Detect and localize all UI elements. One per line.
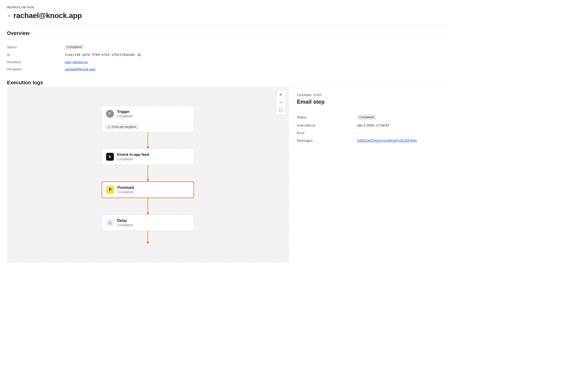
flow-node-trigger[interactable]: Trigger Completed Once per recipient — [102, 106, 194, 132]
side-error-label: Error — [297, 131, 357, 135]
svg-rect-1 — [138, 53, 140, 55]
side-executed-value: Jan 3 2025, 17:54:57 — [357, 123, 389, 127]
flow-node-delay[interactable]: Delay Completed — [102, 215, 194, 231]
workflow-link[interactable]: user-signed-up — [65, 60, 88, 64]
back-button[interactable] — [7, 14, 11, 18]
overview-table: Status Completed ID 1cee1148-abfb-5789-b… — [7, 43, 450, 73]
node-subtitle: Completed — [117, 190, 134, 194]
status-badge: Completed — [65, 44, 84, 49]
copy-icon — [138, 53, 141, 57]
execution-logs-heading: Execution logs — [7, 80, 450, 87]
node-title: Delay — [117, 219, 133, 223]
side-panel-title: Email step — [297, 99, 443, 105]
side-error-value: - — [357, 131, 358, 135]
list-icon — [107, 126, 110, 128]
node-subtitle: Completed — [117, 157, 149, 161]
postmark-icon: P — [106, 186, 114, 194]
title-row: rachael@knock.app — [7, 11, 450, 24]
overview-heading: Overview — [7, 30, 450, 39]
zoom-in-button[interactable] — [277, 91, 285, 99]
node-subtitle: Completed — [117, 223, 133, 227]
side-panel: CHANNEL STEP Email step Status Completed… — [289, 87, 450, 262]
recipient-link[interactable]: rachael@knock.app — [65, 67, 96, 71]
chip-once-per-recipient: Once per recipient — [105, 124, 138, 130]
connector — [148, 231, 148, 244]
zoom-out-button[interactable] — [277, 99, 285, 106]
side-status-badge: Completed — [357, 115, 376, 120]
flow-node-postmark[interactable]: P Postmark Completed — [102, 181, 194, 198]
plus-icon — [279, 93, 283, 96]
zoom-fit-button[interactable] — [277, 106, 285, 114]
connector — [148, 165, 148, 181]
page-title: rachael@knock.app — [13, 11, 82, 20]
knock-icon: k — [106, 153, 114, 161]
side-status-label: Status — [297, 115, 357, 119]
node-subtitle: Completed — [117, 114, 133, 118]
side-executed-label: Executed at — [297, 123, 357, 127]
flag-icon — [106, 110, 114, 118]
flow-node-inapp[interactable]: k Knock in-app feed Completed — [102, 149, 194, 165]
minus-icon — [279, 101, 283, 104]
svg-rect-0 — [139, 54, 141, 56]
side-messages-label: Messages — [297, 138, 357, 142]
connector — [148, 198, 148, 215]
node-title: Postmark — [117, 186, 134, 190]
message-link[interactable]: 2r8dzOeDDgVzXymMGaPV0CWFW9v — [357, 138, 417, 142]
overview-id-value: 1cee1148-abfb-5789-b7b3-a7b51fd3e4de — [65, 53, 135, 57]
side-panel-eyebrow: CHANNEL STEP — [297, 93, 443, 97]
flow-canvas[interactable]: Trigger Completed Once per recipient — [7, 87, 289, 262]
breadcrumb-eyebrow: WORKFLOW RUN — [7, 5, 450, 9]
chip-label: Once per recipient — [112, 125, 136, 129]
chevron-left-icon — [8, 14, 10, 17]
zoom-controls — [276, 90, 286, 115]
node-title: Knock in-app feed — [117, 153, 149, 157]
overview-workflow-label: Workflow — [7, 60, 65, 64]
overview-status-label: Status — [7, 45, 65, 49]
overview-id-label: ID — [7, 53, 65, 57]
overview-recipient-label: Recipient — [7, 67, 65, 71]
copy-id-button[interactable] — [137, 53, 141, 57]
connector — [148, 132, 148, 149]
expand-icon — [279, 109, 283, 112]
stopwatch-icon — [106, 219, 114, 227]
side-panel-table: Status Completed Executed at Jan 3 2025,… — [297, 113, 443, 144]
node-title: Trigger — [117, 110, 133, 114]
flow-column: Trigger Completed Once per recipient — [102, 106, 194, 244]
